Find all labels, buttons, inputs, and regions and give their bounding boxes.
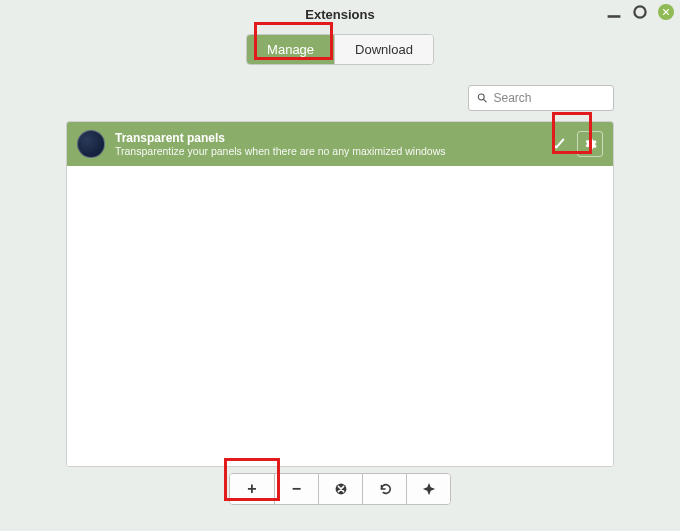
svg-rect-0 <box>608 15 621 18</box>
titlebar: Extensions <box>0 0 680 28</box>
add-button[interactable]: + <box>230 474 274 504</box>
search-icon <box>477 92 487 104</box>
extension-row[interactable]: Transparent panels Transparentize your p… <box>67 122 613 166</box>
maximize-icon <box>632 4 648 20</box>
close-button[interactable] <box>658 4 674 20</box>
extension-enabled-check <box>549 137 567 151</box>
svg-line-3 <box>484 99 487 102</box>
extension-settings-button[interactable] <box>577 131 603 157</box>
minus-icon: − <box>292 481 301 497</box>
check-icon <box>551 137 565 151</box>
tabs-row: Manage Download <box>0 28 680 75</box>
minimize-icon <box>606 4 622 20</box>
window-title: Extensions <box>305 7 374 22</box>
minimize-button[interactable] <box>606 4 622 20</box>
extensions-empty-area <box>67 166 613 466</box>
disable-button[interactable] <box>318 474 362 504</box>
tabs: Manage Download <box>246 34 434 65</box>
search-input[interactable] <box>493 91 605 105</box>
extension-title: Transparent panels <box>115 131 539 145</box>
extensions-panel: Transparent panels Transparentize your p… <box>66 121 614 467</box>
tab-manage[interactable]: Manage <box>247 35 334 64</box>
window-controls <box>606 4 674 20</box>
search-row <box>0 75 680 121</box>
toolbar: + − <box>229 473 451 505</box>
tab-download[interactable]: Download <box>334 35 433 64</box>
extension-text: Transparent panels Transparentize your p… <box>115 131 539 158</box>
search-box[interactable] <box>468 85 614 111</box>
extension-description: Transparentize your panels when there ar… <box>115 145 539 158</box>
gear-icon <box>583 137 597 151</box>
remove-button[interactable]: − <box>274 474 318 504</box>
extension-icon <box>77 130 105 158</box>
toolbar-row: + − <box>66 473 614 505</box>
maximize-button[interactable] <box>632 4 648 20</box>
action-button[interactable] <box>406 474 450 504</box>
undo-icon <box>378 482 392 496</box>
plus-icon: + <box>247 481 256 497</box>
action-icon <box>422 482 436 496</box>
close-icon <box>662 8 670 16</box>
undo-button[interactable] <box>362 474 406 504</box>
svg-point-1 <box>634 6 645 17</box>
remove-circle-icon <box>334 482 348 496</box>
